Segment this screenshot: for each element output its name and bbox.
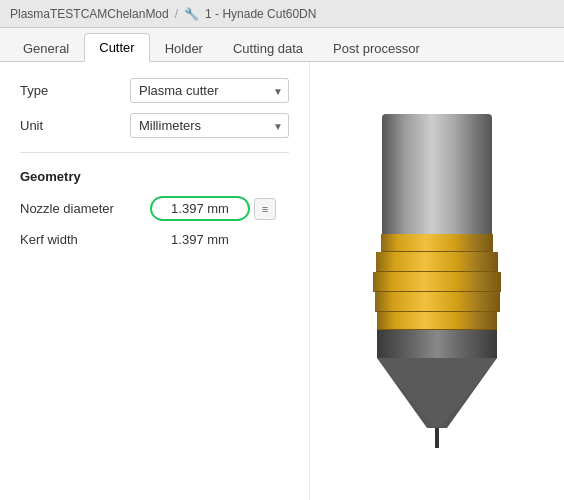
right-panel [310, 62, 564, 500]
cutter-cone-top [377, 330, 497, 358]
breadcrumb-separator: / [175, 7, 178, 21]
unit-select-wrapper: Millimeters ▼ [130, 113, 289, 138]
title-bar: PlasmaTESTCAMChelanMod / 🔧 1 - Hynade Cu… [0, 0, 564, 28]
breadcrumb-project: PlasmaTESTCAMChelanMod [10, 7, 169, 21]
type-select[interactable]: Plasma cutter [130, 78, 289, 103]
cutter-top-cylinder [382, 114, 492, 234]
svg-marker-1 [377, 358, 497, 426]
main-content: Type Plasma cutter ▼ Unit Millimeters ▼ … [0, 62, 564, 500]
gold-ridge-3 [373, 272, 501, 292]
tool-icon: 🔧 [184, 7, 199, 21]
type-select-wrapper: Plasma cutter ▼ [130, 78, 289, 103]
cutter-tip-line [435, 428, 439, 448]
tab-cutter[interactable]: Cutter [84, 33, 149, 62]
type-row: Type Plasma cutter ▼ [20, 78, 289, 103]
kerf-width-label: Kerf width [20, 232, 150, 247]
nozzle-diameter-row: Nozzle diameter ≡ [20, 196, 289, 221]
tab-holder[interactable]: Holder [150, 34, 218, 62]
nozzle-diameter-action-button[interactable]: ≡ [254, 198, 276, 220]
nozzle-diameter-input[interactable] [150, 196, 250, 221]
cutter-illustration [357, 114, 517, 448]
cutter-cone-wrapper [372, 330, 502, 448]
unit-row: Unit Millimeters ▼ [20, 113, 289, 138]
tab-cutting-data[interactable]: Cutting data [218, 34, 318, 62]
divider [20, 152, 289, 153]
tab-bar: General Cutter Holder Cutting data Post … [0, 28, 564, 62]
left-panel: Type Plasma cutter ▼ Unit Millimeters ▼ … [0, 62, 310, 500]
breadcrumb-tool: 1 - Hynade Cut60DN [205, 7, 316, 21]
gold-ridge-1 [381, 234, 493, 252]
kerf-width-value: 1.397 mm [150, 229, 250, 250]
tab-post-processor[interactable]: Post processor [318, 34, 435, 62]
cutter-middle-section [372, 234, 502, 330]
gold-ridge-5 [377, 312, 497, 330]
geometry-section-title: Geometry [20, 169, 289, 184]
tab-general[interactable]: General [8, 34, 84, 62]
gold-ridge-4 [375, 292, 500, 312]
kerf-width-row: Kerf width 1.397 mm [20, 229, 289, 250]
cutter-cone-svg [377, 358, 497, 428]
unit-label: Unit [20, 118, 130, 133]
nozzle-diameter-label: Nozzle diameter [20, 201, 150, 216]
unit-select[interactable]: Millimeters [130, 113, 289, 138]
gold-ridge-2 [376, 252, 498, 272]
type-label: Type [20, 83, 130, 98]
